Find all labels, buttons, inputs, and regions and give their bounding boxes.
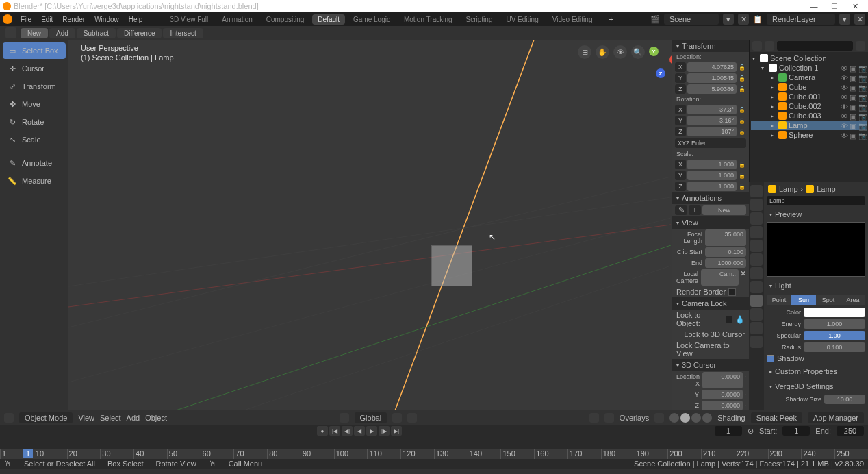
- focal-length-field[interactable]: 35.000: [705, 229, 746, 246]
- overlay-toggle-icon[interactable]: [604, 413, 614, 423]
- light-type-area[interactable]: Area: [841, 295, 865, 305]
- outliner-item-cube-002[interactable]: ▸Cube.002👁▣📷: [751, 101, 867, 111]
- xray-icon[interactable]: [654, 413, 664, 423]
- location-z-field[interactable]: 5.90386: [687, 84, 737, 94]
- proptab-3[interactable]: [750, 226, 763, 238]
- tool-select-box[interactable]: ▭Select Box: [3, 42, 66, 59]
- preview-header[interactable]: Preview: [767, 208, 865, 221]
- snap-icon[interactable]: [392, 413, 402, 423]
- outliner-editor-icon[interactable]: [752, 41, 762, 51]
- local-camera-clear[interactable]: ✕: [740, 269, 746, 286]
- editor-type-icon[interactable]: [4, 413, 14, 423]
- viewport-control-0[interactable]: ⊞: [578, 45, 591, 59]
- viewport-control-1[interactable]: ✋: [596, 45, 609, 59]
- orientation-icon[interactable]: [340, 413, 349, 423]
- view-header[interactable]: View: [672, 216, 749, 229]
- tool-annotate[interactable]: ✎Annotate: [3, 155, 66, 171]
- start-frame-field[interactable]: 1: [782, 426, 810, 436]
- current-frame-field[interactable]: 1: [715, 426, 742, 436]
- jump-start-button[interactable]: |◀: [329, 426, 340, 436]
- render-border-checkbox[interactable]: [728, 288, 736, 296]
- light-radius-field[interactable]: 0.100: [804, 342, 865, 352]
- proportional-icon[interactable]: [407, 413, 417, 423]
- proptab-6[interactable]: [750, 267, 763, 279]
- light-header[interactable]: Light: [767, 279, 865, 292]
- menu-edit[interactable]: Edit: [41, 16, 53, 23]
- add-workspace-button[interactable]: +: [609, 15, 613, 23]
- tool-cursor[interactable]: ✛Cursor: [3, 60, 66, 77]
- tab-uv-editing[interactable]: UV Editing: [500, 14, 544, 25]
- autokey-button[interactable]: ●: [317, 426, 328, 436]
- object-menu[interactable]: Object: [145, 414, 167, 422]
- play-button[interactable]: ▶: [366, 426, 377, 436]
- location-x-field[interactable]: 4.07625: [687, 62, 737, 72]
- proptab-9[interactable]: [750, 308, 763, 321]
- proptab-7[interactable]: [750, 281, 763, 293]
- lock-eyedropper-icon[interactable]: 💧: [735, 315, 745, 324]
- outliner-scene-collection[interactable]: ▾Scene Collection: [751, 53, 867, 63]
- lamp-name-field[interactable]: Lamp: [767, 196, 865, 205]
- proptab-10[interactable]: [750, 322, 763, 334]
- proptab-5[interactable]: [750, 253, 763, 266]
- clip-start-field[interactable]: 0.100: [705, 247, 746, 257]
- annotation-add-button[interactable]: +: [689, 205, 701, 215]
- select-mode-icon[interactable]: [5, 27, 16, 38]
- cursor3d-header[interactable]: 3D Cursor: [672, 359, 749, 371]
- axis-x[interactable]: X: [669, 55, 672, 64]
- scene-browse-button[interactable]: ▾: [723, 14, 734, 25]
- location-x-lock[interactable]: 🔓: [738, 64, 746, 71]
- tab-video-editing[interactable]: Video Editing: [547, 14, 598, 25]
- nav-gizmo[interactable]: Y X Z: [642, 44, 672, 82]
- light-type-sun[interactable]: Sun: [791, 295, 816, 305]
- outliner-item-camera[interactable]: ▸Camera👁▣📷: [751, 73, 867, 82]
- scale-z-lock[interactable]: 🔓: [738, 184, 746, 190]
- menu-render[interactable]: Render: [62, 16, 85, 23]
- rendered-shading[interactable]: [702, 413, 712, 423]
- camera-lock-header[interactable]: Camera Lock: [672, 297, 749, 310]
- rotation-x-field[interactable]: 37.3°: [687, 105, 737, 114]
- scale-y-field[interactable]: 1.000: [687, 171, 737, 180]
- annotations-header[interactable]: Annotations: [672, 192, 749, 204]
- tab-3d-view-full[interactable]: 3D View Full: [164, 14, 214, 25]
- tool-transform[interactable]: ⤢Transform: [3, 78, 66, 95]
- location-y-lock[interactable]: 🔓: [738, 75, 746, 82]
- menu-window[interactable]: Window: [94, 16, 119, 23]
- solid-shading[interactable]: [680, 413, 690, 423]
- autokey-icon[interactable]: ⊙: [748, 427, 754, 436]
- app-manager-button[interactable]: App Manager: [808, 412, 864, 423]
- light-type-point[interactable]: Point: [767, 295, 791, 305]
- orientation-select[interactable]: Global: [355, 412, 387, 423]
- select-menu[interactable]: Select: [100, 414, 121, 422]
- new-button[interactable]: New: [21, 28, 48, 38]
- custom-props-header[interactable]: Custom Properties: [767, 365, 865, 377]
- annotation-pen-icon[interactable]: ✎: [675, 205, 687, 215]
- rotation-y-lock[interactable]: 🔓: [738, 118, 746, 124]
- subtract-button[interactable]: Subtract: [77, 28, 116, 38]
- tool-move[interactable]: ✥Move: [3, 96, 66, 112]
- lookdev-shading[interactable]: [691, 413, 701, 423]
- proptab-4[interactable]: [750, 240, 763, 252]
- location-z-lock[interactable]: 🔓: [738, 86, 746, 92]
- menu-help[interactable]: Help: [129, 16, 143, 23]
- tool-measure[interactable]: 📏Measure: [3, 173, 66, 189]
- shading-dropdown[interactable]: Shading: [717, 414, 745, 422]
- renderlayer-close-button[interactable]: ✕: [854, 14, 865, 25]
- rotation-y-field[interactable]: 3.16°: [687, 116, 737, 125]
- rotation-z-lock[interactable]: 🔓: [738, 129, 746, 135]
- add-menu[interactable]: Add: [127, 414, 140, 422]
- gizmo-toggle-icon[interactable]: [589, 413, 599, 423]
- tool-rotate[interactable]: ↻Rotate: [3, 114, 66, 130]
- sneak-peek-button[interactable]: Sneak Peek: [751, 412, 802, 423]
- intersect-button[interactable]: Intersect: [163, 28, 203, 38]
- tab-game-logic[interactable]: Game Logic: [348, 14, 396, 25]
- difference-button[interactable]: Difference: [117, 28, 162, 38]
- proptab-11[interactable]: [750, 336, 763, 348]
- timeline-track[interactable]: [0, 437, 868, 449]
- outliner-item-cube-001[interactable]: ▸Cube.001👁▣📷: [751, 92, 867, 101]
- maximize-button[interactable]: ☐: [824, 2, 845, 11]
- renderlayer-field[interactable]: RenderLayer: [767, 14, 835, 25]
- shadow-size-field[interactable]: 10.00: [824, 395, 865, 404]
- outliner-item-lamp[interactable]: ▸Lamp👁▣📷: [751, 121, 867, 130]
- local-camera-field[interactable]: Cam..: [701, 269, 739, 286]
- view-menu[interactable]: View: [78, 414, 94, 422]
